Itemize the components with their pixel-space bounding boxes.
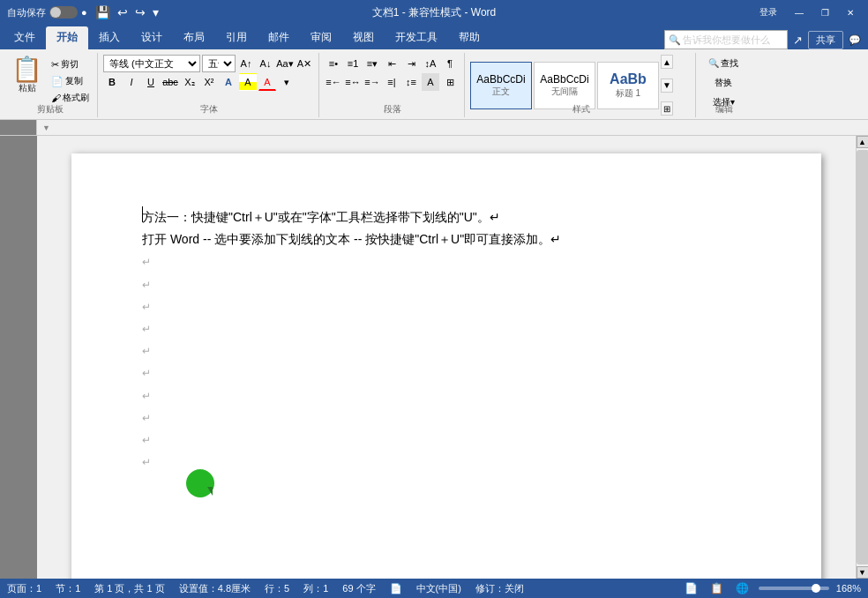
tab-insert[interactable]: 插入 xyxy=(88,26,131,49)
save-button[interactable]: 💾 xyxy=(93,4,113,21)
tab-home[interactable]: 开始 xyxy=(46,26,88,49)
align-center-button[interactable]: ≡↔ xyxy=(344,73,362,91)
customize-qa-button[interactable]: ▾ xyxy=(150,4,161,21)
scroll-up-button[interactable]: ▲ xyxy=(857,136,869,148)
increase-indent-button[interactable]: ⇥ xyxy=(402,55,420,72)
style-normal[interactable]: AaBbCcDi 正文 xyxy=(470,62,532,109)
clear-format-button[interactable]: A✕ xyxy=(296,55,313,72)
line-spacing-button[interactable]: ↕≡ xyxy=(402,73,420,91)
tab-view[interactable]: 视图 xyxy=(342,26,385,49)
font-group-label: 字体 xyxy=(100,103,318,116)
align-right-button[interactable]: ≡→ xyxy=(363,73,381,91)
tab-references[interactable]: 引用 xyxy=(215,26,258,49)
styles-scroll-down[interactable]: ▼ xyxy=(661,78,673,93)
align-left-button[interactable]: ≡← xyxy=(325,73,342,91)
style-no-spacing[interactable]: AaBbCcDi 无间隔 xyxy=(534,62,595,109)
close-button[interactable]: ✕ xyxy=(840,6,861,19)
document-paragraph-1: 方法一：快捷键"Ctrl＋U"或在"字体"工具栏选择带下划线的"U"。↵ xyxy=(142,206,751,228)
style-heading1[interactable]: AaBb 标题 1 xyxy=(597,62,659,109)
replace-button[interactable]: 替换 xyxy=(701,74,745,92)
font-group: 等线 (中文正文 五号 A↑ A↓ Aa▾ A✕ B I U abc X₂ xyxy=(100,53,319,117)
italic-button[interactable]: I xyxy=(123,73,140,91)
style-no-spacing-label: 无间隔 xyxy=(551,86,578,98)
restore-button[interactable]: ❐ xyxy=(814,6,836,19)
font-row-1: 等线 (中文正文 五号 A↑ A↓ Aa▾ A✕ xyxy=(103,55,313,72)
tab-layout[interactable]: 布局 xyxy=(173,26,215,49)
app-window: 自动保存 ● 💾 ↩ ↪ ▾ 文档1 - 兼容性模式 - Word 登录 — ❐… xyxy=(0,0,868,598)
tab-review[interactable]: 审阅 xyxy=(300,26,342,49)
scroll-down-button[interactable]: ▼ xyxy=(857,566,869,579)
tab-developer[interactable]: 开发工具 xyxy=(385,26,448,49)
vertical-scrollbar[interactable]: ▲ ▼ xyxy=(856,136,868,579)
pilcrow-2: ↵ xyxy=(142,279,151,291)
style-normal-preview: AaBbCcDi xyxy=(476,73,525,86)
copy-icon: 📄 xyxy=(51,76,64,87)
font-size-select[interactable]: 五号 xyxy=(202,55,236,72)
font-decrease-button[interactable]: A↓ xyxy=(257,55,274,72)
view-read-button[interactable]: 📄 xyxy=(682,581,700,595)
styles-scroll-up[interactable]: ▲ xyxy=(661,55,673,69)
page-area[interactable]: 方法一：快捷键"Ctrl＋U"或在"字体"工具栏选择带下划线的"U"。↵ 打开 … xyxy=(37,136,856,579)
numbering-button[interactable]: ≡1 xyxy=(344,55,362,72)
empty-line-6: ↵ xyxy=(142,362,751,384)
mouse-cursor xyxy=(186,469,214,497)
clipboard-group: 📋 粘贴 ✂ 剪切 📄 复制 🖌 xyxy=(4,53,98,117)
zoom-thumb xyxy=(812,584,820,593)
change-case-button[interactable]: Aa▾ xyxy=(276,55,294,72)
tab-file[interactable]: 文件 xyxy=(4,26,46,49)
text-cursor xyxy=(142,206,143,222)
line1-text: 方法一：快捷键"Ctrl＋U"或在"字体"工具栏选择带下划线的"U"。↵ xyxy=(142,210,500,224)
shading-button[interactable]: A xyxy=(422,73,439,91)
empty-line-10: ↵ xyxy=(142,451,751,473)
quick-access-toolbar: 💾 ↩ ↪ ▾ xyxy=(93,4,161,21)
content-area: ▼ 方法一：快捷键"Ctrl＋U"或在"字体"工具栏选择带下划线的"U"。↵ xyxy=(0,120,868,579)
document-page[interactable]: 方法一：快捷键"Ctrl＋U"或在"字体"工具栏选择带下划线的"U"。↵ 打开 … xyxy=(71,153,821,579)
bold-button[interactable]: B xyxy=(103,73,121,91)
tab-design[interactable]: 设计 xyxy=(131,26,173,49)
borders-button[interactable]: ⊞ xyxy=(441,73,459,91)
pilcrow-8: ↵ xyxy=(142,412,151,424)
empty-line-1: ↵ xyxy=(142,250,751,273)
copy-button[interactable]: 📄 复制 xyxy=(49,73,92,89)
style-no-spacing-preview: AaBbCcDi xyxy=(540,73,588,86)
zoom-level: 168% xyxy=(836,583,861,594)
paste-button[interactable]: 📋 粘贴 xyxy=(7,55,47,106)
tab-help[interactable]: 帮助 xyxy=(448,26,490,49)
sort-button[interactable]: ↕A xyxy=(422,55,439,72)
login-button[interactable]: 登录 xyxy=(752,4,784,20)
redo-button[interactable]: ↪ xyxy=(132,4,148,21)
styles-group: AaBbCcDi 正文 AaBbCcDi 无间隔 AaBb 标题 1 ▲ ▼ ⊞… xyxy=(467,53,696,117)
strikethrough-button[interactable]: abc xyxy=(161,73,179,91)
undo-button[interactable]: ↩ xyxy=(115,4,131,21)
left-sidebar xyxy=(0,136,37,579)
decrease-indent-button[interactable]: ⇤ xyxy=(383,55,400,72)
scroll-thumb[interactable] xyxy=(857,150,869,564)
font-color-button[interactable]: A xyxy=(258,73,276,91)
underline-button[interactable]: U xyxy=(142,73,160,91)
find-button[interactable]: 🔍 查找 xyxy=(701,55,745,72)
minimize-button[interactable]: — xyxy=(788,6,811,19)
text-effect-button[interactable]: A xyxy=(220,73,237,91)
view-web-button[interactable]: 🌐 xyxy=(733,581,752,595)
style-heading1-preview: AaBb xyxy=(610,71,647,87)
justify-button[interactable]: ≡| xyxy=(383,73,400,91)
tab-mailings[interactable]: 邮件 xyxy=(258,26,300,49)
autosave-toggle[interactable] xyxy=(49,6,78,19)
share-button[interactable]: 共享 xyxy=(808,31,843,49)
show-marks-button[interactable]: ¶ xyxy=(441,55,459,72)
multilevel-button[interactable]: ≡▾ xyxy=(363,55,381,72)
search-box[interactable]: 🔍 告诉我你想要做什么 xyxy=(664,30,788,49)
cut-button[interactable]: ✂ 剪切 xyxy=(49,56,92,72)
font-increase-button[interactable]: A↑ xyxy=(237,55,255,72)
superscript-button[interactable]: X² xyxy=(200,73,218,91)
font-name-select[interactable]: 等线 (中文正文 xyxy=(103,55,200,72)
highlight-button[interactable]: A xyxy=(239,73,257,91)
view-print-button[interactable]: 📋 xyxy=(707,581,726,595)
ruler-main: ▼ xyxy=(37,120,868,135)
subscript-button[interactable]: X₂ xyxy=(181,73,198,91)
font-color-dropdown[interactable]: ▾ xyxy=(278,73,296,91)
ruler-marker: ▼ xyxy=(39,123,54,132)
zoom-slider[interactable] xyxy=(759,587,829,590)
paragraph-group-label: 段落 xyxy=(321,103,464,116)
bullets-button[interactable]: ≡• xyxy=(325,55,342,72)
